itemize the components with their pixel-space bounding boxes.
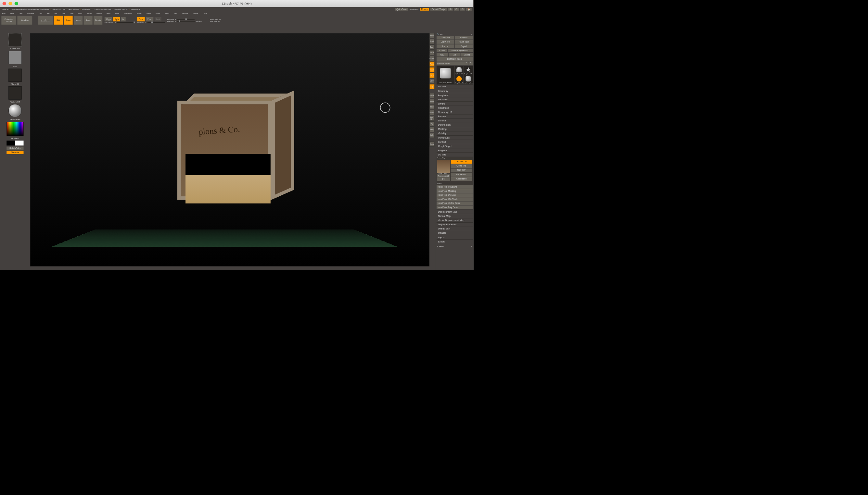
fill-button[interactable]: Fill [437, 177, 450, 181]
edit-mode-button[interactable]: Edit [54, 16, 63, 25]
menus-toggle[interactable]: Menus [420, 8, 429, 11]
material-thumb[interactable] [9, 104, 21, 117]
menu-layer[interactable]: Layer [62, 12, 65, 14]
accordion-geometry-hd[interactable]: Geometry HD [437, 110, 473, 114]
texture-thumbnail[interactable] [437, 160, 450, 173]
goz-all-button[interactable]: All [449, 53, 461, 56]
accordion-import[interactable]: Import [437, 235, 473, 239]
vp-local-button[interactable]: Local [429, 73, 434, 78]
r-button[interactable]: R [469, 61, 473, 65]
scale-mode-button[interactable]: Scale [83, 16, 92, 25]
rotate-mode-button[interactable]: Rotate [94, 16, 102, 25]
menu-draw[interactable]: Draw [39, 12, 42, 14]
vp-transp-button[interactable]: Transp [429, 127, 434, 132]
tool-header[interactable]: 🔧 Tool ⟳ [437, 33, 473, 36]
create-new-from-masking-button[interactable]: New From Masking [437, 189, 473, 193]
tool-tile-polymesh[interactable]: PolyMesh3D [464, 66, 473, 75]
stroke-thumb[interactable] [9, 51, 21, 64]
vp-grp-button[interactable]: Grp [429, 84, 434, 89]
accordion-display-properties[interactable]: Display Properties [437, 222, 473, 226]
accordion-contact[interactable]: Contact [437, 140, 473, 144]
zplugin-header[interactable]: ⚙ Zplugin ⟳ [437, 245, 473, 248]
vp-polyf-button[interactable]: PolyF [429, 121, 434, 126]
menu-tool[interactable]: Tool [174, 12, 177, 14]
accordion-morph-target[interactable]: Morph Target [437, 144, 473, 148]
accordion-nanomesh[interactable]: NanoMesh [437, 97, 473, 101]
accordion-unified-skin[interactable]: Unified Skin [437, 226, 473, 231]
create-header[interactable]: Create [437, 182, 473, 185]
vp-move-button[interactable]: Move [429, 99, 434, 104]
z-intensity-slider[interactable] [147, 22, 165, 23]
alpha-thumb[interactable] [9, 69, 21, 82]
menu-movie[interactable]: Movie [107, 12, 111, 14]
quicksave-button[interactable]: QuickSave [395, 8, 408, 11]
load-tool-button[interactable]: Load Tool [437, 36, 455, 39]
accordion-polypaint[interactable]: Polypaint [437, 148, 473, 152]
maximize-icon[interactable] [15, 2, 18, 5]
menu-material[interactable]: Material [97, 12, 102, 14]
menu-color[interactable]: Color [19, 12, 22, 14]
layout-button-3[interactable]: ⊡ [460, 8, 464, 11]
accordion-subtool[interactable]: SubTool [437, 84, 473, 89]
projection-master-button[interactable]: Projection Master [1, 16, 16, 25]
create-new-from-uv-check-button[interactable]: New From UV Check [437, 197, 473, 201]
draw-size-slider[interactable] [177, 21, 195, 21]
vp-line-fill-button[interactable]: Line Fill [429, 116, 434, 121]
transparent-slider[interactable]: Transparent 0 [437, 174, 450, 177]
clone-button[interactable]: Clone [437, 49, 447, 52]
texture-on-button[interactable]: Texture On [451, 160, 472, 164]
accordion-vector-displacement-map[interactable]: Vector Displacement Map [437, 218, 473, 222]
refresh-icon[interactable]: ⟳ [471, 34, 472, 35]
menu-texture[interactable]: Texture [165, 12, 169, 14]
menu-brush[interactable]: Brush [11, 12, 14, 14]
move-mode-button[interactable]: Move [74, 16, 82, 25]
focal-shift-slider[interactable] [177, 19, 195, 19]
current-tool-name[interactable]: Cube_from_Blender.41 [437, 61, 468, 65]
create-new-from-vertex-order-button[interactable]: New From Vertex Order [437, 202, 473, 205]
menu-file[interactable]: File [54, 12, 57, 14]
copy-tool-button[interactable]: Copy Tool [437, 40, 455, 44]
vp-scale-button[interactable]: Scale [429, 104, 434, 109]
zcut-button[interactable]: Zcut [154, 17, 161, 21]
lightbox-tools-button[interactable]: Lightbox> Tools [437, 57, 473, 61]
rgb-intensity-slider[interactable] [117, 22, 135, 23]
goz-button[interactable]: GoZ [437, 53, 448, 56]
menu-stroke[interactable]: Stroke [155, 12, 160, 14]
save-as-button[interactable]: Save As [455, 36, 473, 39]
mrgb-button[interactable]: Mrgb [104, 17, 112, 21]
menu-document[interactable]: Document [27, 12, 34, 14]
vp-persp-button[interactable]: Persp [429, 62, 434, 67]
m-button[interactable]: M [121, 17, 126, 21]
accordion-visibility[interactable]: Visibility [437, 131, 473, 135]
vp-aahalf-button[interactable]: AAHalf [429, 56, 434, 61]
accordion-layers[interactable]: Layers [437, 102, 473, 106]
menu-edit[interactable]: Edit [47, 12, 50, 14]
menu-zscript[interactable]: Zscript [203, 12, 207, 14]
tool-tile-cylinder[interactable]: Cylinder3D [455, 66, 463, 75]
alternate-button[interactable]: Alternate [6, 151, 23, 154]
switchcolor-button[interactable]: SwitchColor [6, 147, 23, 150]
accordion-initialize[interactable]: Initialize [437, 231, 473, 235]
secondary-color[interactable] [6, 140, 15, 146]
home-button[interactable]: 🏠 [466, 8, 472, 11]
rgb-button[interactable]: Rgb [113, 17, 120, 21]
fix-seams-button[interactable]: Fix Seams [451, 173, 472, 177]
menu-transform[interactable]: Transform [182, 12, 189, 14]
close-icon[interactable] [3, 2, 6, 5]
goz-visible-button[interactable]: Visible [461, 53, 473, 56]
draw-mode-button[interactable]: Draw [64, 16, 72, 25]
create-new-from-poly-order-button[interactable]: New From Poly Order [437, 205, 473, 209]
texture-map-header[interactable]: Texture Map [437, 157, 473, 159]
menu-marker[interactable]: Marker [87, 12, 92, 14]
refresh-icon[interactable]: ⟳ [471, 245, 472, 247]
minimize-icon[interactable] [9, 2, 12, 5]
vp-xpose-button[interactable]: Xpose [429, 141, 434, 147]
accordion-polygroups[interactable]: Polygroups [437, 135, 473, 140]
vp-lsym-button[interactable]: LSym [429, 79, 434, 83]
tool-tile-cube2[interactable]: Cube_from_Blender [464, 75, 473, 84]
accordion-normal-map[interactable]: Normal Map [437, 214, 473, 218]
paste-tool-button[interactable]: Paste Tool [455, 40, 473, 44]
vp-bpr-button[interactable]: BPR [429, 33, 434, 38]
menu-light[interactable]: Light [70, 12, 73, 14]
accordion-uv-map[interactable]: UV Map [437, 153, 473, 157]
